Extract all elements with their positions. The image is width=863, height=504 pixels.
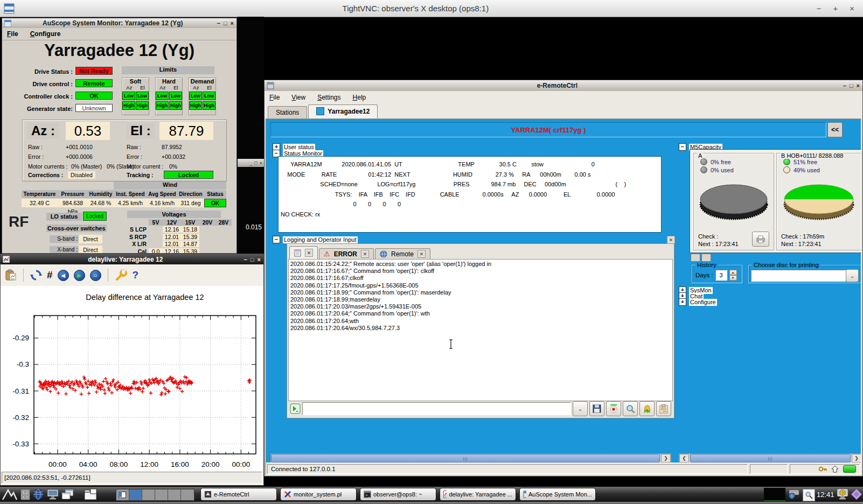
scrollbar-thumb[interactable]: |||	[690, 454, 851, 463]
log-toolbar: ⌄	[288, 401, 673, 417]
zoom-autoscale-icon[interactable]: ▭	[90, 270, 101, 281]
expand-icon[interactable]: +	[679, 298, 686, 306]
copy-windows-icon[interactable]	[61, 489, 74, 500]
svg-text:-0.3: -0.3	[17, 360, 29, 368]
m5-page-tab[interactable]	[701, 254, 711, 262]
web-browser-icon[interactable]	[32, 488, 44, 500]
tab-close-icon[interactable]: ✕	[361, 250, 369, 258]
menu-file[interactable]: File	[269, 94, 280, 101]
tab-close-icon[interactable]: ✕	[305, 249, 313, 257]
record-button[interactable]	[606, 401, 621, 416]
taskbar-button-monitor-system[interactable]: monitor_system.pl	[280, 488, 357, 501]
workspace-diamond-icon[interactable]	[850, 488, 863, 501]
workspace-6[interactable]	[181, 489, 194, 500]
delaylive-close-button[interactable]: ×	[257, 256, 261, 263]
taskbar-button-auscope[interactable]: AuScope System Mon...	[519, 488, 596, 501]
collapse-icon[interactable]: −	[273, 236, 280, 243]
scroll-right-arrow[interactable]: ❯	[852, 454, 861, 463]
workspace-pager[interactable]	[116, 489, 194, 501]
workspace-3[interactable]	[142, 489, 155, 500]
tab-label: Stations	[276, 109, 299, 116]
days-input[interactable]: 3	[715, 270, 727, 281]
remotectrl-maximize-button[interactable]: □	[850, 82, 853, 89]
disc-a-print-button[interactable]	[752, 232, 769, 247]
disc-a-next: Next : 17:23:41	[698, 240, 739, 248]
tab-yarragadee12[interactable]: Yarragadee12	[308, 104, 378, 118]
remotectrl-titlebar[interactable]: e-RemoteCtrl – □ ×	[265, 80, 862, 92]
remotectrl-minimize-button[interactable]: –	[843, 82, 846, 89]
right-hscrollbar[interactable]: ❮ ||| ❯	[679, 453, 861, 463]
zoom-next-icon[interactable]: ▶	[74, 270, 85, 281]
workspace-2-active[interactable]	[129, 489, 142, 500]
screenshot-tool-icon[interactable]	[803, 489, 815, 501]
workspace-1[interactable]	[116, 489, 129, 500]
tab-log-remote[interactable]: Remote ✕	[375, 248, 430, 259]
taskbar-button-delaylive[interactable]: delaylive: Yarragadee ...	[440, 488, 516, 501]
settings-wrench-icon[interactable]	[115, 269, 128, 282]
auscope-close-button[interactable]: ×	[231, 20, 234, 26]
menu-view[interactable]: View	[291, 94, 305, 101]
help-icon[interactable]: ?	[133, 269, 139, 281]
zoom-previous-icon[interactable]: ◀	[58, 270, 69, 281]
tab-log-main[interactable]: ✕	[289, 246, 318, 259]
tab-log-error[interactable]: ⚠ ERROR ✕	[319, 248, 374, 259]
command-prompt-icon[interactable]	[290, 403, 301, 414]
alarm-button[interactable]	[639, 401, 655, 416]
grid-toggle-icon[interactable]: #	[47, 270, 53, 281]
log-line: 2020.086.01:17:17.25/fmout-gps/+1.56368E…	[290, 282, 672, 289]
auscope-titlebar[interactable]: AuScope System Monitor: Yarragadee 12 (Y…	[2, 18, 236, 29]
copy-to-clipboard-icon[interactable]	[5, 269, 17, 281]
days-spinner[interactable]: ▲▼	[729, 270, 737, 281]
scroll-right-arrow[interactable]: ❯	[661, 454, 671, 463]
section-label[interactable]: Logging and Operator Input	[283, 236, 358, 243]
spin-up-icon[interactable]: ▲	[729, 270, 737, 275]
delaylive-titlebar[interactable]: delaylive: Yarragadee 12 − □ ×	[1, 254, 263, 265]
workspace-4[interactable]	[155, 489, 168, 500]
fragment-minimize-button[interactable]: _	[249, 160, 252, 166]
checklist-button[interactable]	[656, 401, 671, 416]
menu-help[interactable]: Help	[353, 94, 366, 101]
menu-configure[interactable]: Configure	[30, 30, 61, 38]
m5-page-tab[interactable]	[691, 254, 700, 262]
file-manager-icon[interactable]	[20, 489, 30, 500]
tab-stations[interactable]: Stations	[268, 106, 307, 118]
auscope-minimize-button[interactable]: −	[217, 20, 220, 26]
scrollbar-thumb[interactable]: |||	[271, 454, 660, 463]
remotectrl-close-button[interactable]: ×	[857, 82, 860, 89]
left-hscrollbar[interactable]: ||| ❯	[270, 453, 671, 463]
collapse-panel-button[interactable]: <<	[827, 122, 843, 137]
menu-settings[interactable]: Settings	[317, 94, 340, 101]
fragment-maximize-button[interactable]: □	[254, 160, 257, 166]
fragment-close-button[interactable]: ×	[260, 160, 262, 166]
scroll-left-arrow[interactable]: ❮	[679, 454, 689, 463]
display-settings-icon[interactable]	[47, 489, 59, 500]
delaylive-minimize-button[interactable]: −	[243, 256, 247, 263]
tray-window-thumbnail[interactable]	[764, 488, 785, 501]
log-text-area[interactable]: 2020.086.01:15:24.22;" Remote access: us…	[288, 259, 673, 401]
vnc-maximize-button[interactable]: +	[833, 4, 838, 13]
disc-combobox[interactable]	[751, 270, 846, 282]
taskbar-button-remotectrl[interactable]: e-RemoteCtrl	[200, 488, 277, 501]
keyboard-layout-icon[interactable]	[788, 489, 799, 500]
tab-close-icon[interactable]: ✕	[417, 250, 426, 258]
menu-file[interactable]: File	[7, 30, 18, 38]
workspace-5[interactable]	[168, 489, 181, 500]
vnc-close-button[interactable]: ×	[850, 4, 854, 13]
taskbar-button-terminal[interactable]: >_ observer@ops8: ~	[360, 488, 436, 501]
command-input[interactable]	[302, 402, 571, 415]
disc-dropdown-button[interactable]: ⌄	[846, 269, 859, 282]
section-label[interactable]: Configure	[689, 299, 717, 306]
refresh-icon[interactable]	[30, 269, 42, 281]
folder-icon[interactable]	[83, 488, 98, 501]
auscope-maximize-button[interactable]: □	[224, 20, 227, 26]
fluxbox-logo-icon[interactable]	[2, 488, 18, 501]
collapse-icon[interactable]: −	[679, 143, 686, 151]
spin-down-icon[interactable]: ▼	[729, 275, 737, 281]
monitor-query-icon[interactable]: ?	[836, 488, 849, 501]
search-log-button[interactable]	[623, 401, 638, 416]
command-dropdown-button[interactable]: ⌄	[573, 401, 588, 416]
delaylive-maximize-button[interactable]: □	[250, 256, 254, 263]
save-log-button[interactable]	[589, 401, 604, 416]
logging-close-icon[interactable]: ✕	[667, 236, 675, 244]
vnc-minimize-button[interactable]: −	[817, 4, 822, 13]
